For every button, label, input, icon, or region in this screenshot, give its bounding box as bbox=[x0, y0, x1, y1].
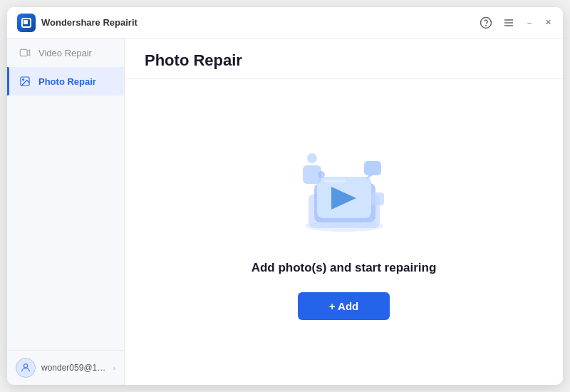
svg-rect-17 bbox=[371, 192, 384, 205]
sidebar-item-photo-repair[interactable]: Photo Repair bbox=[7, 67, 124, 96]
title-bar: Wondershare Repairit − ✕ bbox=[7, 7, 563, 38]
sidebar-item-label-video: Video Repair bbox=[38, 48, 92, 58]
svg-rect-18 bbox=[324, 180, 346, 182]
content-area: Photo Repair bbox=[125, 38, 563, 385]
app-logo-inner bbox=[21, 18, 31, 28]
content-header: Photo Repair bbox=[125, 38, 563, 79]
app-logo bbox=[17, 14, 36, 32]
svg-point-1 bbox=[486, 25, 487, 26]
page-title: Photo Repair bbox=[145, 51, 543, 70]
empty-state-text: Add photo(s) and start repairing bbox=[252, 261, 437, 275]
title-bar-left: Wondershare Repairit bbox=[17, 14, 138, 32]
svg-rect-5 bbox=[20, 49, 27, 56]
app-name: Wondershare Repairit bbox=[41, 17, 138, 28]
empty-state-illustration bbox=[287, 144, 401, 244]
sidebar-item-video-repair[interactable]: Video Repair bbox=[7, 38, 124, 67]
photo-repair-icon bbox=[19, 75, 31, 88]
app-window: Wondershare Repairit − ✕ bbox=[7, 7, 563, 385]
sidebar-item-label-photo: Photo Repair bbox=[38, 76, 96, 87]
add-button[interactable]: + Add bbox=[298, 292, 390, 320]
svg-point-7 bbox=[23, 79, 24, 81]
menu-icon[interactable] bbox=[502, 16, 516, 30]
help-icon[interactable] bbox=[479, 16, 493, 30]
user-name: wonder059@16... bbox=[41, 363, 108, 373]
avatar bbox=[16, 358, 36, 378]
close-button[interactable]: ✕ bbox=[543, 18, 553, 28]
content-body: Add photo(s) and start repairing + Add bbox=[125, 79, 563, 385]
sidebar-spacer bbox=[7, 96, 124, 350]
svg-rect-16 bbox=[364, 161, 381, 175]
title-bar-right: − ✕ bbox=[479, 16, 553, 30]
svg-point-14 bbox=[307, 153, 317, 163]
svg-point-15 bbox=[318, 171, 325, 178]
main-layout: Video Repair Photo Repair bbox=[7, 38, 563, 385]
minimize-button[interactable]: − bbox=[524, 18, 534, 28]
video-repair-icon bbox=[19, 46, 31, 59]
user-profile[interactable]: wonder059@16... › bbox=[7, 350, 124, 385]
svg-point-8 bbox=[24, 364, 27, 368]
sidebar: Video Repair Photo Repair bbox=[7, 38, 125, 385]
chevron-right-icon: › bbox=[113, 364, 115, 372]
